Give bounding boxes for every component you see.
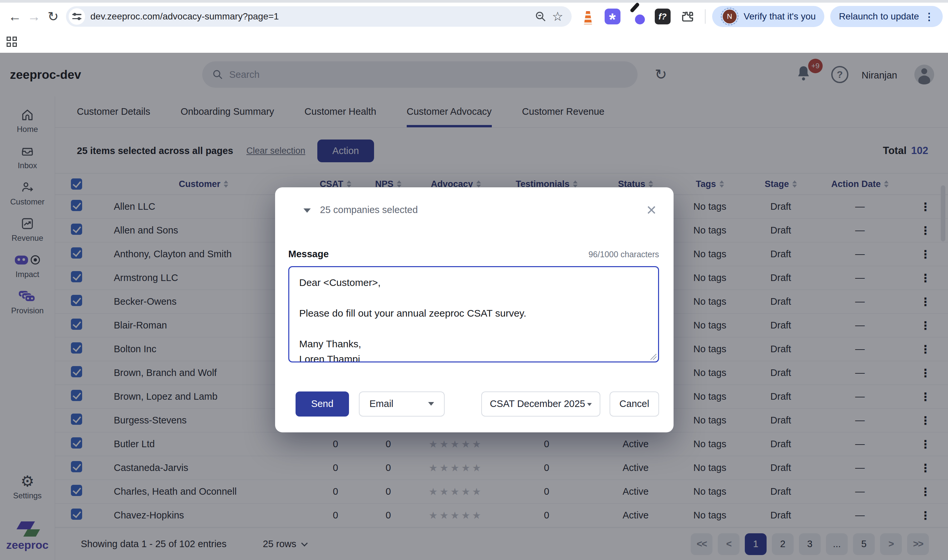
f-extension-icon[interactable]: f? xyxy=(655,9,671,25)
message-label: Message xyxy=(288,249,329,260)
message-label-row: Message 96/1000 characters xyxy=(288,249,659,260)
chevron-down-icon xyxy=(428,402,434,406)
reload-button[interactable]: ↻ xyxy=(43,7,63,26)
character-counter: 96/1000 characters xyxy=(588,250,659,259)
companies-dropdown-caret-icon[interactable] xyxy=(303,208,311,213)
back-button[interactable]: ← xyxy=(5,7,25,26)
zoom-icon[interactable] xyxy=(532,8,549,25)
bookmark-star-icon[interactable]: ☆ xyxy=(549,8,566,25)
toolbar-divider xyxy=(705,9,706,24)
browser-toolbar: ← → ↻ dev.zeeproc.com/advocacy-summary?p… xyxy=(0,3,948,30)
modal-header: 25 companies selected × xyxy=(288,203,659,217)
modal-title: 25 companies selected xyxy=(320,205,418,215)
relaunch-label: Relaunch to update xyxy=(839,11,919,22)
extensions-puzzle-icon[interactable] xyxy=(680,9,695,24)
send-button[interactable]: Send xyxy=(295,391,349,417)
address-bar[interactable]: dev.zeeproc.com/advocacy-summary?page=1 … xyxy=(66,6,572,27)
url-text[interactable]: dev.zeeproc.com/advocacy-summary?page=1 xyxy=(90,11,532,22)
forward-button[interactable]: → xyxy=(25,7,43,26)
extensions-area: * f? xyxy=(581,9,695,25)
bookmarks-bar xyxy=(0,30,948,53)
site-settings-icon[interactable] xyxy=(69,8,85,25)
apps-grid-icon[interactable] xyxy=(6,37,17,47)
relaunch-update-button[interactable]: Relaunch to update ⋮ xyxy=(830,6,943,27)
lighthouse-extension-icon[interactable] xyxy=(581,9,596,25)
screen: ← → ↻ dev.zeeproc.com/advocacy-summary?p… xyxy=(0,0,948,560)
browser-menu-icon[interactable]: ⋮ xyxy=(924,11,934,22)
profile-avatar: N xyxy=(723,9,737,23)
send-survey-modal: 25 companies selected × Message 96/1000 … xyxy=(275,187,674,432)
channel-select[interactable]: Email xyxy=(359,391,445,417)
browser-tabstrip xyxy=(0,0,948,3)
cancel-button[interactable]: Cancel xyxy=(609,391,659,417)
ink-pen-extension-icon[interactable] xyxy=(630,9,646,25)
modal-actions: Send Email CSAT December 2025 Cancel xyxy=(288,391,659,417)
misspelled-word: Thampi xyxy=(327,354,360,362)
survey-select[interactable]: CSAT December 2025 xyxy=(481,391,600,417)
snowflake-extension-icon[interactable]: * xyxy=(605,9,620,25)
verify-label: Verify that it's you xyxy=(744,11,816,22)
message-textarea[interactable]: Dear <Customer>, Please do fill out your… xyxy=(288,266,659,362)
avatar-ring: N xyxy=(721,8,739,25)
close-icon[interactable]: × xyxy=(644,203,659,217)
verify-identity-button[interactable]: N Verify that it's you xyxy=(712,6,825,27)
chevron-down-icon xyxy=(587,403,592,406)
